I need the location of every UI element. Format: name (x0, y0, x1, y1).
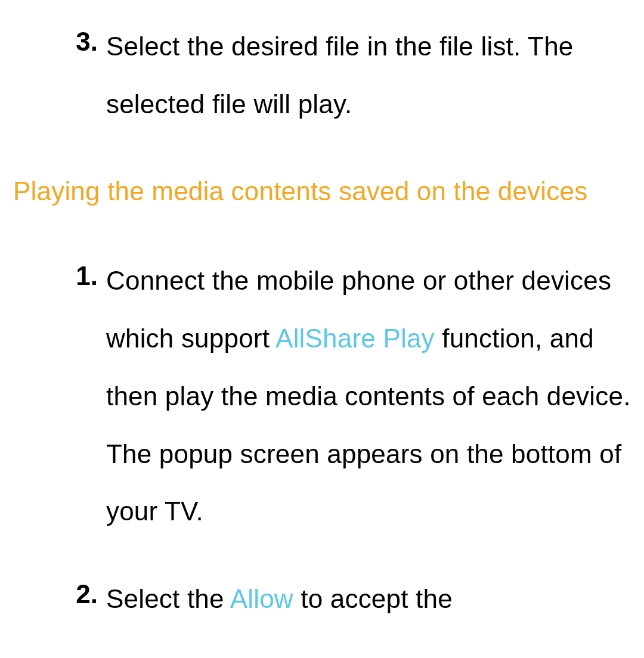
step-3-text: Select the desired file in the file list… (106, 18, 631, 134)
allow-label: Allow (230, 584, 293, 613)
step-1-part2: function, and then play the media conten… (106, 324, 631, 526)
step-2-part1: Select the (106, 584, 230, 613)
step-2-number: 2. (72, 570, 106, 628)
allshare-play-label: AllShare Play (275, 324, 435, 353)
step-2-text: Select the Allow to accept the (106, 570, 453, 628)
step-1-number: 1. (72, 252, 106, 541)
step-3: 3. Select the desired file in the file l… (13, 18, 631, 134)
step-2: 2. Select the Allow to accept the (13, 570, 631, 628)
section-heading: Playing the media contents saved on the … (13, 163, 631, 220)
step-3-number: 3. (72, 18, 106, 134)
step-2-part2: to accept the (293, 584, 453, 613)
step-1: 1. Connect the mobile phone or other dev… (13, 252, 631, 541)
step-1-text: Connect the mobile phone or other device… (106, 252, 631, 541)
